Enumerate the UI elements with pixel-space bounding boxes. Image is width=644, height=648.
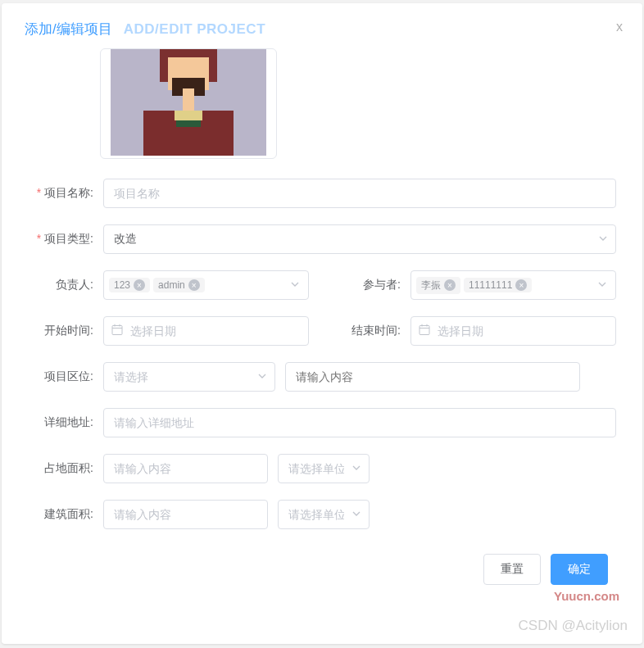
footer-buttons: 重置 确定 [18,546,626,585]
input-start-time[interactable] [103,316,309,346]
tag-participant-0: 李振× [416,277,460,294]
label-project-type: 项目类型: [18,232,103,247]
confirm-button[interactable]: 确定 [551,554,608,585]
modal-body: 项目名称: 项目类型: 负责人: 123× admin× [2,48,642,614]
select-owner[interactable]: 123× admin× [103,270,309,300]
label-project-name: 项目名称: [18,186,103,201]
tag-owner-0: 123× [109,278,150,292]
close-icon[interactable]: x [616,20,623,34]
label-participant: 参与者: [325,278,410,292]
row-dates: 开始时间: 结束时间: [18,316,626,346]
label-land-area: 占地面积: [18,461,103,476]
row-project-name: 项目名称: [18,179,626,208]
label-area: 项目区位: [18,369,103,384]
select-land-unit-input[interactable] [278,454,370,483]
select-participant[interactable]: 李振× 11111111× [410,270,616,300]
col-participant: 参与者: 李振× 11111111× [325,270,616,300]
watermark-author: CSDN @Acitylion [519,618,628,634]
svg-rect-12 [420,326,429,335]
input-address[interactable] [103,408,616,437]
input-project-name[interactable] [103,179,616,208]
row-owner-participant: 负责人: 123× admin× 参与者: 李振× 11111111× [18,270,626,300]
modal-dialog: 添加/编辑项目 ADD/EDIT PROJECT x 项目名称: [2,3,642,644]
row-project-type: 项目类型: [18,224,626,254]
tag-close-icon[interactable]: × [188,279,200,291]
label-owner: 负责人: [18,278,103,292]
row-address: 详细地址: [18,408,626,437]
calendar-icon [419,324,430,338]
svg-rect-4 [183,88,194,113]
avatar-upload[interactable] [100,48,277,159]
col-owner: 负责人: 123× admin× [18,270,309,300]
svg-rect-6 [175,111,202,120]
select-build-unit-input[interactable] [278,500,370,529]
calendar-icon [111,324,123,338]
select-project-type-value[interactable] [103,224,616,254]
input-land-area[interactable] [103,454,268,483]
label-build-area: 建筑面积: [18,507,103,522]
tag-close-icon[interactable]: × [134,279,145,291]
svg-rect-8 [112,326,122,335]
row-land-area: 占地面积: [18,454,626,483]
row-build-area: 建筑面积: [18,500,626,529]
label-start-time: 开始时间: [18,324,103,338]
select-project-type[interactable] [103,224,616,254]
reset-button[interactable]: 重置 [483,554,541,585]
label-address: 详细地址: [18,415,103,430]
select-build-unit[interactable] [278,500,370,529]
tag-participant-1: 11111111× [464,278,532,292]
svg-rect-7 [176,120,201,127]
select-land-unit[interactable] [278,454,370,483]
tag-close-icon[interactable]: × [515,279,527,291]
modal-title-cn: 添加/编辑项目 [25,20,112,39]
modal-header: 添加/编辑项目 ADD/EDIT PROJECT x [2,3,642,48]
modal-title-en: ADD/EDIT PROJECT [124,21,265,38]
tag-close-icon[interactable]: × [444,279,456,291]
watermark-site: Yuucn.com [554,589,619,603]
chevron-down-icon [290,279,300,292]
select-area[interactable] [103,362,275,392]
input-build-area[interactable] [103,500,268,529]
chevron-down-icon [597,279,607,292]
avatar-row [18,48,626,159]
input-end-time[interactable] [410,316,616,346]
input-end-time-wrap [410,316,616,346]
label-end-time: 结束时间: [325,324,410,338]
input-area-detail[interactable] [285,362,580,392]
tag-owner-1: admin× [153,278,205,292]
select-area-input[interactable] [103,362,275,392]
input-start-time-wrap [103,316,309,346]
row-area: 项目区位: [18,362,626,392]
col-end-time: 结束时间: [325,316,616,346]
col-start-time: 开始时间: [18,316,309,346]
avatar-image [111,49,266,156]
